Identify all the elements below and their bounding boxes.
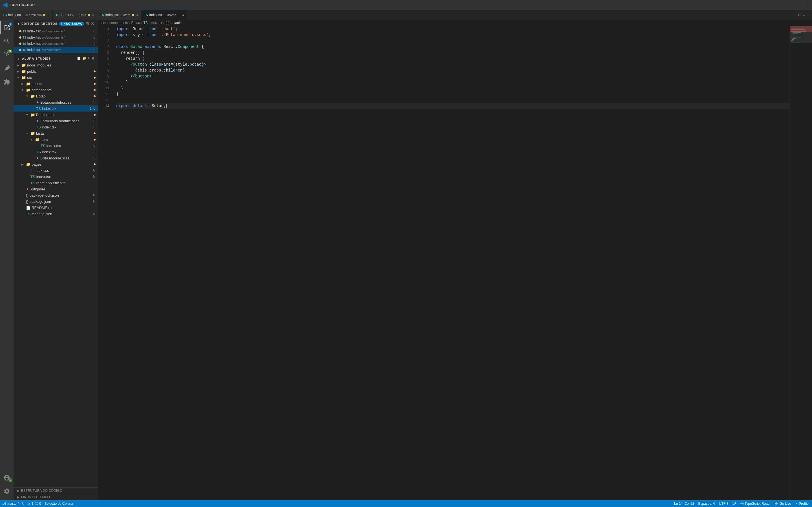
account-badge: 1: [8, 478, 12, 482]
sidebar-divider: [13, 54, 98, 54]
activity-bar: 4 22 1: [0, 20, 13, 500]
tree-formulario-index[interactable]: ▶ TS index.tsx U: [13, 124, 98, 130]
golive-status[interactable]: ⚡ Go Live: [774, 502, 791, 506]
tab-item[interactable]: TS index.tsx …/Item U: [97, 10, 141, 20]
tree-botao-scss[interactable]: ▶ ✦ Botao.module.scss U: [13, 99, 98, 105]
refresh-icon[interactable]: ↻: [88, 57, 91, 60]
eol-status[interactable]: LF: [732, 502, 737, 506]
modified-dot: [94, 70, 96, 72]
tree-components[interactable]: ▼ 📁 components: [13, 87, 98, 93]
tab-lista[interactable]: TS index.tsx …/Lista U: [53, 10, 97, 20]
file-dot: [19, 36, 21, 39]
sync-status[interactable]: ↻: [22, 502, 24, 506]
language-status[interactable]: ⓪ TypeScript React: [741, 501, 770, 506]
close-all-icon[interactable]: ✕: [91, 21, 94, 26]
tree-index-css[interactable]: ▶ # index.css M: [13, 167, 98, 173]
tab-botao[interactable]: TS index.tsx …/Botao 1, ●: [141, 10, 187, 20]
tree-pages[interactable]: ▶ 📁 pages: [13, 161, 98, 167]
svg-rect-3: [793, 33, 801, 33]
split-editor-icon[interactable]: ⊞: [798, 13, 801, 17]
timeline-panel[interactable]: ▶ LINHA DO TEMPO: [17, 495, 94, 499]
code-line-6: return (: [116, 56, 790, 62]
activity-bottom: 1: [0, 471, 13, 498]
tree-lista-index[interactable]: ▶ TS index.tsx U: [13, 149, 98, 155]
tree-tsconfig[interactable]: ▶ TS tsconfig.json M: [13, 211, 98, 217]
more-tabs-icon[interactable]: ≡: [803, 13, 805, 17]
project-name: ALURA-STUDIES: [22, 57, 51, 60]
open-editor-item-active[interactable]: TS index.tsx src/componen… 1, U: [13, 47, 98, 53]
prettier-status[interactable]: ✓ Prettier: [795, 502, 810, 506]
open-editors-header[interactable]: ▼ EDITORES ABERTOS 4 NÃO SALVO ⊞ ✕: [13, 20, 98, 27]
collapse-icon[interactable]: ⊟: [92, 57, 94, 60]
modified-dot: [94, 83, 96, 85]
encoding-status[interactable]: UTF-8: [719, 502, 728, 506]
spaces-status[interactable]: Espaços: 4: [698, 502, 715, 506]
activity-run[interactable]: [0, 61, 13, 75]
activity-explorer[interactable]: 4: [0, 21, 13, 34]
tree-lista[interactable]: ▼ 📁 Lista: [13, 130, 98, 136]
tree-readme[interactable]: ▶ 📄 README.md: [13, 205, 98, 211]
tree-botao-index[interactable]: ▶ TS index.tsx 1, U: [13, 105, 98, 112]
save-all-icon[interactable]: ⊞: [86, 21, 89, 26]
errors-status[interactable]: ⚠ 1 ⓪ 0: [28, 501, 41, 506]
activity-search[interactable]: [0, 34, 13, 48]
tree-src[interactable]: ▼ 📁 src: [13, 74, 98, 80]
bottom-panels: ▶ ESTRUTURA DO CÓDIGO: [13, 487, 98, 494]
activity-settings[interactable]: [0, 485, 13, 498]
tree-src-index[interactable]: ▶ TS index.tsx M: [13, 173, 98, 180]
tab-unsaved-dot: [43, 14, 45, 16]
activity-extensions[interactable]: [0, 75, 13, 89]
git-branch-icon: ⎇: [2, 502, 6, 506]
tree-lista-scss[interactable]: ▶ ✦ Lista.module.scss U: [13, 155, 98, 161]
file-tree: ▶ 📁 node_modules ▶ 📁 public ▼ 📁 src ▶: [13, 62, 98, 487]
tree-node-modules[interactable]: ▶ 📁 node_modules: [13, 62, 98, 68]
open-editor-item[interactable]: TS index.tsx src/components/… U: [13, 28, 98, 34]
sidebar: ▼ EDITORES ABERTOS 4 NÃO SALVO ⊞ ✕ TS in…: [13, 20, 98, 500]
code-line-5: render() {: [116, 50, 790, 56]
title-more-button[interactable]: ···: [806, 3, 810, 7]
svg-rect-6: [793, 36, 804, 36]
tree-public[interactable]: ▶ 📁 public: [13, 68, 98, 74]
code-editor[interactable]: 1 2 3 4 5 6 7 8 9 10 11 12 13 14: [98, 26, 790, 500]
tab-formulario[interactable]: TS index.tsx …/Formulario U: [0, 10, 53, 20]
tree-package-json[interactable]: ▶ {} package.json M: [13, 198, 98, 205]
new-folder-icon[interactable]: 📁: [82, 57, 87, 60]
code-line-14: export default Botao;: [116, 103, 790, 109]
code-lines[interactable]: import React from 'react'; import style …: [114, 26, 790, 500]
tree-item-index[interactable]: ▶ TS index.tsx U: [13, 143, 98, 149]
modified-dot: [94, 76, 96, 78]
tree-botao[interactable]: ▼ 📁 Botao: [13, 93, 98, 99]
code-line-8: {this.props.children}: [116, 68, 790, 73]
file-dot: [19, 43, 21, 45]
status-left: ⎇ master* ↻ ⚠ 1 ⓪ 0: [2, 501, 41, 506]
tree-formulario[interactable]: ▼ 📁 Formulario: [13, 112, 98, 118]
code-line-11: }: [116, 86, 790, 91]
activity-account[interactable]: 1: [0, 471, 13, 485]
cursor-position[interactable]: Ln 14, Col 22: [674, 502, 694, 506]
editor-area: src › components › Botao › TS index.tsx …: [98, 20, 812, 500]
tree-item-folder[interactable]: ▼ 📁 Item: [13, 136, 98, 143]
code-line-4: class Botao extends React.Component {: [116, 44, 790, 50]
tab-unsaved-dot: [132, 14, 134, 16]
selection-mode[interactable]: Seleção de Coluna: [45, 502, 671, 506]
tree-react-app-env[interactable]: ▶ TS react-app-env.d.ts: [13, 180, 98, 186]
structure-panel[interactable]: ▶ ESTRUTURA DO CÓDIGO: [17, 489, 94, 493]
tabs-bar: TS index.tsx …/Formulario U TS index.tsx…: [0, 10, 812, 20]
svg-rect-7: [793, 37, 801, 38]
editor-layout-icons: ⊞ ≡ ···: [796, 13, 812, 17]
ellipsis-icon[interactable]: ···: [807, 13, 810, 17]
open-editor-item[interactable]: TS index.tsx src/components/… U: [13, 41, 98, 47]
minimap: [790, 26, 812, 500]
tree-assets[interactable]: ▶ 📁 assets: [13, 80, 98, 87]
project-header: ▼ ALURA-STUDIES 📄 📁 ↻ ⊟: [13, 55, 98, 62]
file-dot: [19, 49, 21, 51]
code-line-9: </button>: [116, 73, 790, 79]
tree-gitignore[interactable]: ▶ ✦ .gitignore: [13, 186, 98, 192]
git-branch-status[interactable]: ⎇ master*: [2, 502, 19, 506]
open-editor-item[interactable]: TS index.tsx src/components/… U: [13, 34, 98, 41]
tree-formulario-scss[interactable]: ▶ ✦ Formulario.module.scss U: [13, 118, 98, 124]
tree-package-lock[interactable]: ▶ {} package-lock.json M: [13, 192, 98, 198]
svg-rect-4: [793, 34, 798, 34]
activity-git[interactable]: 22: [0, 48, 13, 61]
new-file-icon[interactable]: 📄: [77, 57, 81, 60]
